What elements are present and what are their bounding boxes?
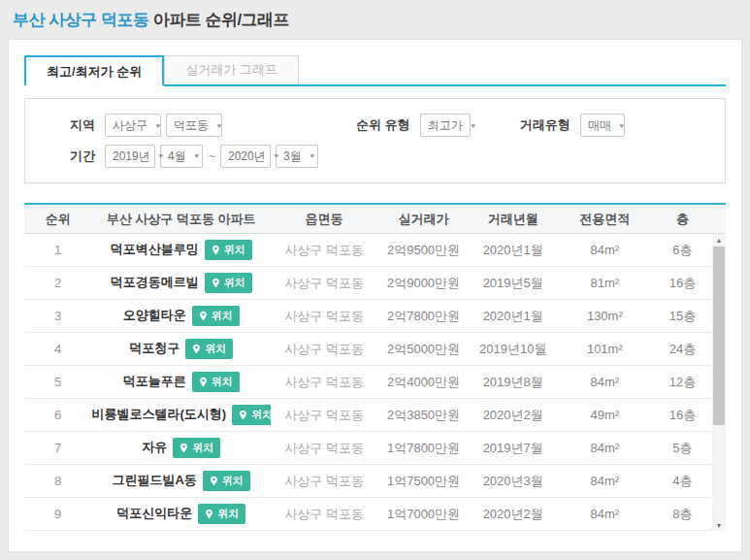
- floor-cell: 16층: [653, 275, 712, 292]
- header-dong: 읍면동: [271, 211, 378, 228]
- location-button[interactable]: 위치: [205, 240, 252, 260]
- rank-cell: 2: [24, 276, 91, 290]
- table-row: 9 덕포신익타운위치 사상구 덕포동 1억7000만원 2020년2월 84m²…: [24, 498, 712, 531]
- price-cell: 2억3850만원: [377, 407, 469, 424]
- price-cell: 1억7000만원: [377, 506, 469, 523]
- period-start-month-select[interactable]: 4월 ▼: [160, 145, 203, 168]
- tab-graph[interactable]: 실거래가 그래프: [164, 55, 299, 84]
- header-rank: 순위: [24, 211, 91, 228]
- region-dong-value: 덕포동: [174, 117, 209, 134]
- area-cell: 84m²: [557, 441, 653, 455]
- region-label: 지역: [54, 116, 95, 134]
- location-button-label: 위치: [212, 309, 233, 323]
- location-button[interactable]: 위치: [192, 306, 240, 326]
- date-cell: 2020년3월: [470, 473, 557, 490]
- trade-type-value: 매매: [588, 117, 611, 134]
- table-body: 1 덕포벽산블루밍위치 사상구 덕포동 2억9500만원 2020년1월 84m…: [24, 234, 726, 531]
- apartment-name: 오양힐타운: [123, 308, 186, 322]
- location-button-label: 위치: [217, 507, 239, 521]
- rank-type-select[interactable]: 최고가 ▼: [420, 114, 471, 137]
- apartment-name: 덕포청구: [129, 341, 179, 355]
- location-pin-icon: [239, 410, 247, 420]
- period-end-month-select[interactable]: 3월 ▼: [276, 145, 318, 168]
- area-cell: 81m²: [557, 276, 653, 290]
- location-button-label: 위치: [212, 375, 233, 389]
- rank-cell: 5: [24, 375, 91, 389]
- trade-type-filter-group: 거래유형 매매 ▼: [520, 114, 630, 137]
- area-cell: 130m²: [557, 309, 653, 323]
- tab-bar: 최고/최저가 순위 실거래가 그래프: [24, 55, 726, 86]
- location-button[interactable]: 위치: [232, 405, 271, 425]
- dong-cell: 사상구 덕포동: [271, 374, 378, 391]
- page-title-region: 부산 사상구 덕포동: [13, 11, 148, 29]
- region-dong-select[interactable]: 덕포동 ▼: [166, 114, 222, 137]
- trade-type-select[interactable]: 매매 ▼: [580, 114, 625, 137]
- location-button[interactable]: 위치: [205, 273, 252, 293]
- filter-row-period: 기간 2019년 ▼ 4월 ▼ ~ 2020년 ▼ 3월: [54, 144, 705, 169]
- table-row: 8 그린필드빌A동위치 사상구 덕포동 1억7500만원 2020년3월 84m…: [24, 465, 712, 498]
- location-pin-icon: [199, 311, 208, 321]
- floor-cell: 16층: [653, 407, 712, 424]
- floor-cell: 6층: [653, 242, 712, 259]
- location-button[interactable]: 위치: [192, 372, 240, 392]
- period-start-year-select[interactable]: 2019년 ▼: [105, 145, 155, 168]
- period-end-year-select[interactable]: 2020년 ▼: [220, 145, 271, 168]
- scroll-up-icon[interactable]: ▲: [712, 234, 726, 246]
- header-date: 거래년월: [470, 211, 557, 228]
- period-separator: ~: [209, 149, 215, 163]
- table-row: 6 비룡벨로스텔라(도시형)위치 사상구 덕포동 2억3850만원 2020년2…: [24, 399, 712, 432]
- location-button-label: 위치: [205, 342, 226, 356]
- floor-cell: 12층: [653, 374, 712, 391]
- period-start-year-value: 2019년: [113, 148, 150, 165]
- header-apartment: 부산 사상구 덕포동 아파트: [91, 211, 270, 228]
- rank-type-label: 순위 유형: [356, 116, 410, 134]
- area-cell: 101m²: [557, 342, 653, 356]
- chevron-down-icon: ▼: [618, 121, 626, 128]
- filter-row-top: 지역 사상구 ▼ 덕포동 ▼ 순위 유형 최고가 ▼: [54, 113, 705, 138]
- location-button-label: 위치: [224, 276, 245, 290]
- location-pin-icon: [192, 344, 201, 354]
- dong-cell: 사상구 덕포동: [271, 473, 378, 490]
- apartment-cell: 자유위치: [91, 438, 270, 458]
- table-scrollbar[interactable]: ▲ ▼: [712, 234, 726, 531]
- dong-cell: 사상구 덕포동: [271, 407, 378, 424]
- tab-rank[interactable]: 최고/최저가 순위: [24, 55, 164, 86]
- chevron-down-icon: ▼: [470, 121, 477, 128]
- apartment-name: 덕포늘푸른: [123, 374, 186, 388]
- apartment-cell: 덕포신익타운위치: [91, 504, 270, 524]
- location-button-label: 위치: [222, 474, 244, 488]
- floor-cell: 5층: [653, 440, 712, 457]
- price-cell: 2억5000만원: [377, 341, 469, 358]
- location-button[interactable]: 위치: [198, 504, 245, 524]
- location-button-label: 위치: [192, 441, 213, 455]
- floor-cell: 4층: [653, 473, 712, 490]
- date-cell: 2019년5월: [470, 275, 557, 292]
- scrollbar-thumb[interactable]: [713, 247, 725, 425]
- region-gu-select[interactable]: 사상구 ▼: [105, 114, 161, 137]
- location-button[interactable]: 위치: [203, 471, 250, 491]
- dong-cell: 사상구 덕포동: [271, 506, 378, 523]
- location-pin-icon: [179, 443, 188, 453]
- rank-cell: 9: [24, 507, 91, 521]
- table-row: 7 자유위치 사상구 덕포동 1억7800만원 2019년7월 84m² 5층: [24, 432, 712, 465]
- location-pin-icon: [212, 245, 220, 255]
- location-button[interactable]: 위치: [185, 339, 233, 359]
- period-label: 기간: [54, 148, 95, 165]
- price-cell: 2억7800만원: [377, 308, 469, 325]
- header-floor: 층: [653, 211, 712, 228]
- location-button[interactable]: 위치: [173, 438, 220, 458]
- trade-type-label: 거래유형: [520, 116, 571, 134]
- rank-type-value: 최고가: [428, 117, 463, 134]
- table-row: 2 덕포경동메르빌위치 사상구 덕포동 2억9000만원 2019년5월 81m…: [24, 267, 712, 300]
- rank-type-filter-group: 순위 유형 최고가 ▼: [356, 114, 475, 137]
- region-gu-value: 사상구: [113, 117, 147, 134]
- location-pin-icon: [199, 377, 208, 387]
- price-cell: 1억7800만원: [377, 440, 469, 457]
- table-row: 5 덕포늘푸른위치 사상구 덕포동 2억4000만원 2019년8월 84m² …: [24, 366, 712, 399]
- location-button-label: 위치: [224, 243, 245, 257]
- scroll-down-icon[interactable]: ▼: [712, 519, 726, 531]
- rank-cell: 4: [24, 342, 91, 356]
- page-title-suffix: 아파트 순위/그래프: [148, 11, 289, 29]
- date-cell: 2019년8월: [470, 374, 557, 391]
- dong-cell: 사상구 덕포동: [271, 440, 378, 457]
